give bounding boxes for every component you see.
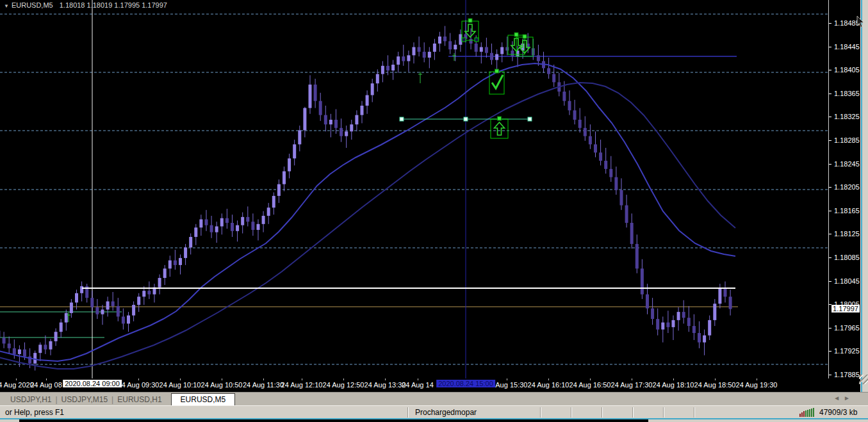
vline-time-badge-white: 2020.08.24 09:00 xyxy=(63,380,122,387)
bull-candle xyxy=(366,95,369,106)
trendline-handle[interactable] xyxy=(464,117,468,121)
bull-candle xyxy=(407,55,410,61)
bull-candle xyxy=(355,115,358,125)
check-arrow-object[interactable] xyxy=(489,69,504,94)
time-tick xyxy=(757,378,757,380)
bull-candle xyxy=(288,158,291,171)
bear-candle xyxy=(594,144,597,152)
price-tick xyxy=(829,164,831,165)
bull-candle xyxy=(65,313,68,323)
chart-tab-eurusd-h1[interactable]: EURUSD,H1 xyxy=(113,395,165,404)
bear-candle xyxy=(386,66,389,70)
trendline-handle[interactable] xyxy=(528,117,532,121)
time-label: 24 Aug 16:50 xyxy=(569,381,611,389)
chart-tab-usdjpy-m15[interactable]: USDJPY,M15 xyxy=(58,395,111,404)
status-account-name: Prochargedmopar xyxy=(410,406,482,419)
bull-candle xyxy=(345,131,348,136)
bull-candle xyxy=(184,247,187,257)
price-label: 1.17925 xyxy=(834,347,860,355)
price-label: 1.17885 xyxy=(834,371,860,378)
bear-candle xyxy=(490,53,493,60)
bull-candle xyxy=(672,320,675,327)
bear-candle xyxy=(334,120,338,128)
chart-window-resize-grip[interactable] xyxy=(859,375,868,384)
bull-candle xyxy=(70,302,73,312)
bull-candle xyxy=(75,293,78,303)
price-tick xyxy=(829,328,831,329)
down-arrow-object[interactable] xyxy=(462,19,479,42)
bull-candle xyxy=(60,323,63,332)
bear-candle xyxy=(537,55,540,61)
bull-candle xyxy=(495,54,498,60)
candlestick-chart[interactable] xyxy=(0,0,828,378)
bull-candle xyxy=(101,309,104,314)
bear-candle xyxy=(402,56,405,61)
bull-candle xyxy=(163,268,167,278)
bull-candle xyxy=(329,120,332,124)
trendline-handle[interactable] xyxy=(400,117,404,121)
bear-candle xyxy=(111,302,115,306)
bull-candle xyxy=(38,345,42,353)
tab-scroll-right-icon[interactable]: ► xyxy=(844,394,854,402)
price-label: 1.18205 xyxy=(834,183,860,191)
bear-candle xyxy=(599,152,602,161)
price-tick xyxy=(829,351,831,352)
tab-scroll-arrows[interactable]: ◄► xyxy=(833,394,854,402)
time-tick xyxy=(673,378,674,380)
price-label: 1.18325 xyxy=(834,113,860,120)
price-axis[interactable]: 1.17997 1.184851.184451.184051.183651.18… xyxy=(828,0,860,378)
bull-candle xyxy=(438,37,441,44)
bear-candle xyxy=(614,177,618,190)
bear-candle xyxy=(584,128,587,136)
time-tick xyxy=(385,378,386,380)
bear-candle xyxy=(225,218,229,223)
bear-candle xyxy=(552,74,555,83)
chart-canvas[interactable]: ▼EURUSD,M51.18018 1.18019 1.17995 1.1799… xyxy=(0,0,828,378)
object-handle xyxy=(514,33,518,37)
bull-candle xyxy=(137,296,140,305)
bear-candle xyxy=(246,217,249,222)
price-tick xyxy=(829,70,831,70)
bull-candle xyxy=(480,47,483,52)
chart-tab-eurusd-m5[interactable]: EURUSD,M5 xyxy=(171,393,236,406)
up-arrow-object[interactable] xyxy=(491,117,508,138)
bear-candle xyxy=(448,41,452,49)
time-axis[interactable]: 4 Aug 202024 Aug 0824 Aug 09:3024 Aug 10… xyxy=(0,378,860,392)
time-label: 24 Aug 17:30 xyxy=(611,381,653,389)
bull-candle xyxy=(179,258,182,265)
time-label: 24 Aug 12:10 xyxy=(281,381,323,389)
bear-candle xyxy=(3,337,6,343)
workspace-margin xyxy=(862,0,868,392)
price-tick xyxy=(829,234,831,234)
bear-candle xyxy=(729,296,732,309)
bull-candle xyxy=(80,286,83,293)
bear-candle xyxy=(13,348,16,354)
price-tick xyxy=(829,93,831,94)
chart-tab-usdjpy-h1[interactable]: USDJPY,H1 xyxy=(6,395,55,404)
object-handle xyxy=(468,19,472,22)
bull-candle xyxy=(257,224,260,230)
bear-candle xyxy=(573,110,577,120)
bull-candle xyxy=(236,225,239,231)
bull-candle xyxy=(350,124,353,131)
bear-candle xyxy=(609,169,612,177)
bull-candle xyxy=(277,184,281,196)
time-label: 24 Aug 10:10 xyxy=(160,381,201,389)
bear-candle xyxy=(0,330,1,337)
tab-scroll-left-icon[interactable]: ◄ xyxy=(833,394,844,402)
bull-candle xyxy=(262,216,265,224)
bear-candle xyxy=(625,206,628,223)
price-label: 1.18085 xyxy=(834,254,860,261)
time-label: 24 Aug 10:50 xyxy=(201,381,243,389)
bull-candle xyxy=(49,341,53,350)
price-tick xyxy=(829,211,831,211)
bear-candle xyxy=(251,222,254,230)
symbol-dropdown-icon[interactable]: ▼ xyxy=(4,3,9,9)
status-traffic-cell: 47909/3 kb xyxy=(794,406,862,419)
ma_slow-line xyxy=(0,83,735,369)
bull-candle xyxy=(194,227,197,237)
bull-candle xyxy=(433,44,436,52)
bull-candle xyxy=(309,85,312,108)
chart-tabs: USDJPY,H1|USDJPY,M15|EURUSD,H1EURUSD,M5 xyxy=(0,393,235,406)
bull-candle xyxy=(142,291,145,296)
